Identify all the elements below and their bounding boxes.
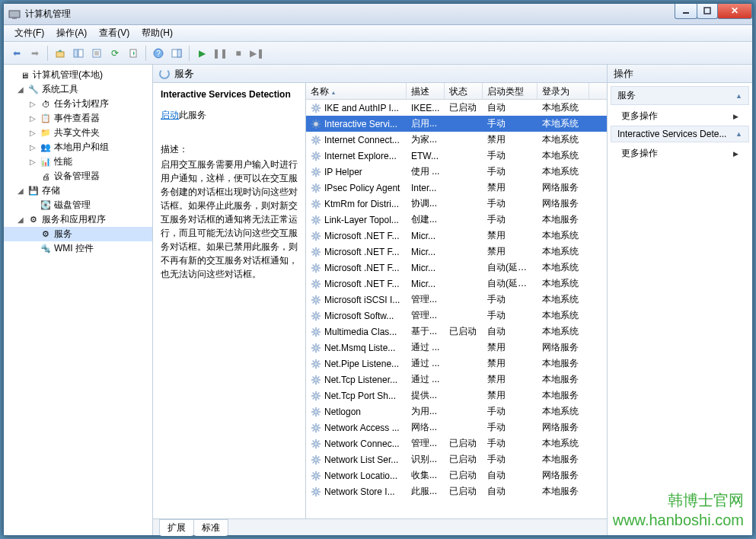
table-row[interactable]: Microsoft .NET F...Micr...禁用本地系统 bbox=[306, 244, 607, 260]
services-body: Interactive Services Detection 启动此服务 描述：… bbox=[153, 83, 607, 518]
cell-logon: 本地系统 bbox=[537, 165, 589, 178]
table-row[interactable]: Microsoft .NET F...Micr...自动(延迟...本地系统 bbox=[306, 276, 607, 292]
tree-local-users[interactable]: ▷👥本地用户和组 bbox=[4, 140, 152, 155]
tree-wmi[interactable]: 🔩WMI 控件 bbox=[4, 241, 152, 256]
svg-point-88 bbox=[314, 233, 318, 238]
svg-line-78 bbox=[318, 200, 320, 202]
cell-name: IPsec Policy Agent bbox=[306, 183, 407, 193]
svg-line-175 bbox=[318, 381, 320, 383]
table-row[interactable]: Network Connec...管理...已启动手动本地系统 bbox=[306, 435, 607, 451]
tab-standard[interactable]: 标准 bbox=[193, 519, 228, 536]
forward-button[interactable]: ➡ bbox=[27, 45, 43, 62]
table-row[interactable]: Net.Tcp Port Sh...提供...禁用本地服务 bbox=[306, 388, 607, 403]
minimize-button[interactable] bbox=[675, 4, 697, 19]
pause-service-button[interactable]: ❚❚ bbox=[212, 45, 228, 62]
table-row[interactable]: Netlogon为用...手动本地系统 bbox=[306, 403, 607, 419]
table-row[interactable]: Interactive Servi...启用...手动本地系统 bbox=[306, 116, 607, 132]
svg-line-30 bbox=[313, 120, 314, 122]
table-row[interactable]: Network Locatio...收集...已启动自动网络服务 bbox=[306, 467, 607, 483]
tree-event-viewer[interactable]: ▷📋事件查看器 bbox=[4, 111, 152, 126]
svg-rect-4 bbox=[56, 52, 64, 57]
column-name[interactable]: 名称 bbox=[306, 83, 407, 99]
menu-file[interactable]: 文件(F) bbox=[8, 25, 50, 41]
restart-service-button[interactable]: ▶❚ bbox=[248, 45, 265, 62]
cell-logon: 本地系统 bbox=[537, 293, 589, 306]
table-row[interactable]: Link-Layer Topol...创建...手动本地服务 bbox=[306, 212, 607, 228]
menubar: 文件(F) 操作(A) 查看(V) 帮助(H) bbox=[4, 25, 752, 42]
toolbar: ⬅ ➡ ⟳ ? ▶ ❚❚ ■ ▶❚ bbox=[4, 42, 752, 65]
back-button[interactable]: ⬅ bbox=[8, 45, 25, 62]
table-row[interactable]: Microsoft iSCSI I...管理...手动本地系统 bbox=[306, 292, 607, 308]
menu-help[interactable]: 帮助(H) bbox=[136, 25, 179, 41]
cell-name: Net.Pipe Listene... bbox=[306, 359, 407, 369]
column-description[interactable]: 描述 bbox=[407, 83, 445, 99]
tree-root[interactable]: 🖥计算机管理(本地) bbox=[4, 68, 152, 82]
gear-icon bbox=[311, 439, 321, 449]
tree-services[interactable]: ⚙服务 bbox=[4, 227, 152, 241]
column-startup-type[interactable]: 启动类型 bbox=[483, 83, 537, 99]
tree-task-scheduler[interactable]: ▷⏱任务计划程序 bbox=[4, 97, 152, 111]
table-row[interactable]: Multimedia Clas...基于...已启动自动本地系统 bbox=[306, 324, 607, 340]
refresh-button[interactable]: ⟳ bbox=[107, 45, 123, 62]
tree-disk-mgmt[interactable]: 💽磁盘管理 bbox=[4, 198, 152, 212]
table-row[interactable]: KtmRm for Distri...协调...手动网络服务 bbox=[306, 196, 607, 212]
tab-extended[interactable]: 扩展 bbox=[159, 519, 194, 536]
actions-panel: 操作 服务 ▲ 更多操作 ▶ Interactive Services Dete… bbox=[608, 65, 752, 535]
tree-storage[interactable]: ◢💾存储 bbox=[4, 183, 152, 198]
tree-performance[interactable]: ▷📊性能 bbox=[4, 155, 152, 169]
help-button[interactable]: ? bbox=[150, 45, 167, 62]
list-body[interactable]: IKE and AuthIP I...IKEE...已启动自动本地系统Inter… bbox=[306, 100, 607, 518]
cell-logon: 本地系统 bbox=[537, 437, 589, 450]
stop-service-button[interactable]: ■ bbox=[230, 45, 247, 62]
services-list-panel: 名称 描述 状态 启动类型 登录为 IKE and AuthIP I...IKE… bbox=[305, 83, 607, 518]
show-hide-tree-button[interactable] bbox=[70, 45, 87, 62]
properties-button[interactable] bbox=[88, 45, 105, 62]
navigation-tree[interactable]: 🖥计算机管理(本地) ◢🔧系统工具 ▷⏱任务计划程序 ▷📋事件查看器 ▷📁共享文… bbox=[4, 65, 153, 535]
maximize-button[interactable] bbox=[697, 4, 718, 19]
table-row[interactable]: Microsoft Softw...管理...手动本地系统 bbox=[306, 308, 607, 324]
start-service-link[interactable]: 启动 bbox=[161, 110, 179, 120]
close-button[interactable]: ✕ bbox=[717, 4, 752, 19]
table-row[interactable]: Net.Pipe Listene...通过 ...禁用本地服务 bbox=[306, 356, 607, 372]
tree-system-tools[interactable]: ◢🔧系统工具 bbox=[4, 82, 152, 97]
menu-action[interactable]: 操作(A) bbox=[50, 25, 93, 41]
action-group-services[interactable]: 服务 ▲ bbox=[611, 86, 749, 105]
table-row[interactable]: Network Access ...网络...手动网络服务 bbox=[306, 419, 607, 435]
table-row[interactable]: IP Helper使用 ...手动本地系统 bbox=[306, 164, 607, 180]
cell-logon: 网络服务 bbox=[537, 341, 589, 354]
svg-line-95 bbox=[313, 238, 314, 239]
table-row[interactable]: Net.Tcp Listener...通过 ...禁用本地服务 bbox=[306, 372, 607, 388]
tree-label: 本地用户和组 bbox=[54, 141, 109, 154]
start-service-button[interactable]: ▶ bbox=[193, 45, 210, 62]
svg-line-222 bbox=[318, 456, 320, 458]
action-group-selected-service[interactable]: Interactive Services Dete... ▲ bbox=[611, 126, 749, 142]
column-status[interactable]: 状态 bbox=[445, 83, 483, 99]
table-row[interactable]: Net.Msmq Liste...通过 ...禁用网络服务 bbox=[306, 340, 607, 356]
table-row[interactable]: IPsec Policy AgentInter...禁用网络服务 bbox=[306, 180, 607, 196]
up-button[interactable] bbox=[52, 45, 69, 62]
action-pane-button[interactable] bbox=[168, 45, 185, 62]
gear-icon bbox=[311, 263, 321, 273]
export-button[interactable] bbox=[125, 45, 142, 62]
table-row[interactable]: Internet Connect...为家...禁用本地系统 bbox=[306, 132, 607, 148]
table-row[interactable]: Internet Explore...ETW...手动本地系统 bbox=[306, 148, 607, 164]
action-more-services[interactable]: 更多操作 ▶ bbox=[611, 107, 749, 126]
tree-device-manager[interactable]: 🖨设备管理器 bbox=[4, 169, 152, 183]
menu-view[interactable]: 查看(V) bbox=[93, 25, 136, 41]
table-row[interactable]: IKE and AuthIP I...IKEE...已启动自动本地系统 bbox=[306, 100, 607, 116]
action-more-selected[interactable]: 更多操作 ▶ bbox=[611, 144, 749, 163]
table-row[interactable]: Network List Ser...识别...已启动手动本地服务 bbox=[306, 451, 607, 467]
table-row[interactable]: Microsoft .NET F...Micr...自动(延迟...本地系统 bbox=[306, 260, 607, 276]
column-logon[interactable]: 登录为 bbox=[537, 83, 589, 99]
separator bbox=[145, 46, 146, 61]
tree-services-apps[interactable]: ◢⚙服务和应用程序 bbox=[4, 212, 152, 227]
table-row[interactable]: Microsoft .NET F...Micr...禁用本地系统 bbox=[306, 228, 607, 244]
table-row[interactable]: Network Store I...此服...已启动自动本地服务 bbox=[306, 483, 607, 499]
tree-label: 共享文件夹 bbox=[54, 126, 100, 139]
cell-start: 自动 bbox=[483, 325, 537, 338]
tree-shared-folders[interactable]: ▷📁共享文件夹 bbox=[4, 126, 152, 140]
cell-desc: 管理... bbox=[407, 293, 445, 306]
svg-point-169 bbox=[314, 377, 318, 381]
svg-line-221 bbox=[313, 461, 314, 463]
cell-start: 手动 bbox=[483, 405, 537, 418]
